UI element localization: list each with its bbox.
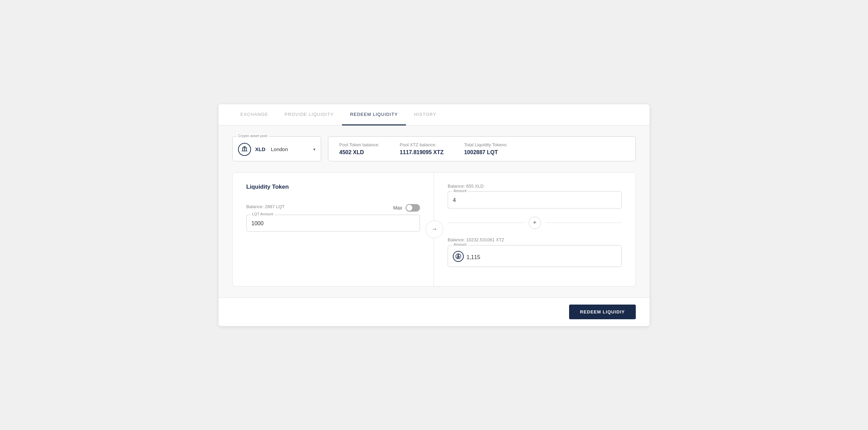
pool-xtz-balance-label: Pool XTZ balance: [400,142,444,147]
divider-line-left [448,223,525,223]
total-lqt-label: Total Liquidity Tokens: [464,142,508,147]
xtz-amount-label: Amount [452,242,468,246]
pool-token-balance-stat: Pool Token balance: 4502 XLD [339,142,379,156]
divider-row: + [448,217,622,229]
middle-section: Liquidity Token Balance: 2887 LQT Max LQ… [232,172,636,286]
svg-text:ꜩ: ꜩ [457,255,459,258]
lqt-amount-wrapper: LQT Amount [246,215,420,232]
max-toggle[interactable] [406,204,420,212]
pool-icon [238,143,251,156]
app-container: EXCHANGE PROVIDE LIQUIDITY REDEEM LIQUID… [219,104,649,326]
pool-selector-label: Crypto asset pool [237,134,269,138]
xtz-balance-label: Balance: 10232.531061 XTZ [448,237,622,242]
pool-symbol: XLD [255,146,265,152]
tab-history[interactable]: HISTORY [406,104,445,125]
left-panel: Liquidity Token Balance: 2887 LQT Max LQ… [233,173,434,286]
xtz-amount-input[interactable] [466,254,617,260]
xld-amount-label: Amount [452,189,468,193]
building-icon [241,146,248,153]
redeem-liquidity-button[interactable]: REDEEM LIQUIDIY [569,305,636,319]
divider-line-right [545,223,622,223]
lqt-amount-label: LQT Amount [251,212,275,216]
total-lqt-stat: Total Liquidity Tokens: 1002887 LQT [464,142,508,156]
pool-xtz-balance-value: 1117.819095 XTZ [400,149,444,156]
pool-token-balance-value: 4502 XLD [339,149,379,156]
tab-redeem-liquidity[interactable]: REDEEM LIQUIDITY [342,104,406,125]
max-row: Balance: 2887 LQT Max [246,204,420,212]
xld-balance-label: Balance: 655 XLD [448,184,622,189]
xtz-amount-wrapper: Amount ꜩ [448,245,622,267]
section-title: Liquidity Token [246,184,420,190]
arrow-connector: → [425,220,443,238]
svg-rect-5 [242,150,248,151]
lqt-balance-label: Balance: 2887 LQT [246,204,285,209]
xld-amount-wrapper: Amount [448,191,622,209]
svg-rect-4 [246,148,247,150]
tezos-icon: ꜩ [453,251,464,262]
arrow-right-icon: → [431,226,437,233]
pool-city: London [271,146,288,152]
xld-output: Balance: 655 XLD Amount [448,184,622,209]
tab-provide-liquidity[interactable]: PROVIDE LIQUIDITY [276,104,342,125]
svg-rect-3 [244,148,245,150]
svg-rect-2 [242,148,243,150]
xtz-output: Balance: 10232.531061 XTZ Amount ꜩ [448,237,622,267]
pool-selector-inner: XLD London ▾ [238,143,315,156]
right-panel: Balance: 655 XLD Amount + Balance: 10232… [434,173,635,286]
xld-amount-input[interactable] [453,197,617,203]
total-lqt-value: 1002887 LQT [464,149,508,156]
pool-info-box: Pool Token balance: 4502 XLD Pool XTZ ba… [328,136,636,161]
pool-token-balance-label: Pool Token balance: [339,142,379,147]
top-section: Crypto asset pool XLD [232,136,636,161]
lqt-amount-input[interactable] [251,220,415,227]
xtz-input-inner: ꜩ [453,251,617,262]
svg-point-6 [244,146,245,147]
pool-selector[interactable]: Crypto asset pool XLD [232,136,321,161]
tab-exchange[interactable]: EXCHANGE [232,104,276,125]
max-label: Max [393,205,402,211]
nav-tabs: EXCHANGE PROVIDE LIQUIDITY REDEEM LIQUID… [219,104,649,125]
main-content: Crypto asset pool XLD [219,125,649,297]
pool-xtz-balance-stat: Pool XTZ balance: 1117.819095 XTZ [400,142,444,156]
plus-icon: + [529,217,541,229]
dropdown-arrow-icon: ▾ [313,147,315,152]
svg-rect-1 [242,147,247,148]
footer: REDEEM LIQUIDIY [219,297,649,326]
